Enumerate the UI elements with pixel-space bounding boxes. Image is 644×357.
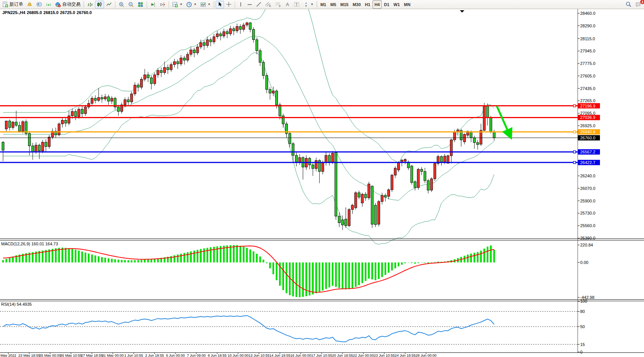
zoom-in-button[interactable] [117,1,126,8]
autotrading-label: 自动交易 [62,1,80,8]
channel-icon: E [265,2,271,8]
chart-quote-header: JPN225-,H426805.026815.026725.026760.0 [2,10,93,15]
fibonacci-button[interactable]: F [273,1,283,8]
indicators-icon [172,2,178,8]
quote-open: 26805.0 [27,10,42,15]
timeframe-label: H4 [373,2,381,7]
signal-icon [46,2,52,8]
toolbar-separator [235,1,235,8]
text-a-icon: A [285,2,290,7]
timeframe-label: M1 [319,2,328,7]
svg-text:F: F [279,5,281,8]
price-scale[interactable] [578,9,644,353]
crosshair-icon [226,2,232,7]
market-watch-button[interactable] [25,1,34,8]
price-chart-canvas[interactable]: 28460.028290.028115.027945.027775.027605… [0,0,644,357]
bar-chart-icon [87,2,93,8]
candlestick-chart-button[interactable] [95,1,104,8]
crosshair-button[interactable] [224,1,233,8]
autotrading-button[interactable]: 自动交易 [54,1,82,8]
equidistant-channel-button[interactable]: E [264,1,273,8]
svg-text:T: T [295,3,298,7]
search-icon [625,1,632,8]
toolbar-grip [83,1,84,8]
signal-button[interactable] [44,1,53,8]
template-icon [200,2,206,8]
zoom-out-icon [128,2,134,8]
clock-icon [186,2,192,8]
chart-shift-button[interactable] [158,1,167,8]
gold-icon [27,2,33,8]
periods-button[interactable]: ▼ [185,1,198,8]
svg-text:E: E [269,5,271,7]
trendline-button[interactable] [254,1,263,8]
timeframe-m1-button[interactable]: M1 [319,0,328,9]
mt-terminal-window: 新订单 自动交易 [0,0,644,357]
new-order-button[interactable]: 新订单 [1,1,25,8]
toolbar: 新订单 自动交易 [0,0,644,9]
timeframe-m5-button[interactable]: M5 [328,0,338,9]
tile-windows-icon [137,2,144,8]
community-button[interactable] [35,1,44,8]
timeframe-label: D1 [382,2,391,7]
time-scale[interactable] [0,353,578,357]
chevron-down-icon: ▼ [194,3,197,6]
timeframe-m15-button[interactable]: M15 [338,0,350,9]
notifications-button[interactable]: 1 [634,1,643,8]
toolbar-grip [213,1,215,8]
vertical-line-button[interactable] [237,1,245,8]
text-label-button[interactable]: T [292,1,301,8]
timeframe-h1-button[interactable]: H1 [363,0,372,9]
cursor-icon [217,2,223,7]
macd-indicator-label: MACD(12,26,9) 160.01 164.73 [1,242,58,246]
vertical-line-icon [238,2,243,7]
notification-badge: 1 [640,0,644,4]
timeframe-label: M30 [351,2,362,7]
new-order-label: 新订单 [9,1,23,8]
shapes-button[interactable]: ▼ [301,1,315,8]
auto-scroll-icon [150,2,156,8]
timeframe-w1-button[interactable]: W1 [391,0,402,9]
autotrading-icon [55,2,61,8]
rsi-indicator-label: RSI(14) 54.4935 [1,302,32,306]
bar-chart-button[interactable] [85,1,95,8]
auto-scroll-button[interactable] [148,1,158,8]
chart-shift-icon [159,2,166,8]
candlestick-chart-icon [96,2,103,8]
indicators-button[interactable]: ▼ [170,1,184,8]
toolbar-separator [147,1,147,8]
chevron-down-icon: ▼ [180,3,183,6]
timeframe-label: H1 [363,2,372,7]
symbol-period: JPN225-,H4 [2,10,25,15]
quote-high: 26815.0 [43,10,58,15]
search-button[interactable] [624,1,633,8]
horizontal-line-icon [247,2,253,7]
zoom-out-button[interactable] [126,1,136,8]
trendline-icon [256,2,262,7]
text-label-icon: T [294,2,300,7]
community-icon [36,2,42,8]
templates-button[interactable]: ▼ [199,1,212,8]
tile-windows-button[interactable] [136,1,145,8]
chevron-down-icon: ▼ [311,3,314,6]
arrows-icon [303,2,309,8]
cursor-button[interactable] [216,1,224,8]
text-button[interactable]: A [283,1,292,8]
zoom-in-icon [118,2,125,8]
quote-low: 26725.0 [60,10,75,15]
toolbar-separator [115,1,115,8]
timeframe-mn-button[interactable]: MN [402,0,412,9]
fibonacci-icon: F [275,2,281,8]
line-chart-button[interactable] [104,1,114,8]
timeframe-label: M15 [339,2,350,7]
new-order-icon [2,2,8,8]
timeframe-label: MN [402,2,412,7]
timeframe-h4-button[interactable]: H4 [373,0,382,9]
toolbar-separator [169,1,169,8]
horizontal-line-button[interactable] [245,1,254,8]
line-chart-icon [106,2,112,8]
timeframe-d1-button[interactable]: D1 [382,0,391,9]
timeframe-m30-button[interactable]: M30 [351,0,363,9]
quote-close: 26760.0 [77,10,92,15]
chevron-down-icon: ▼ [208,3,211,6]
